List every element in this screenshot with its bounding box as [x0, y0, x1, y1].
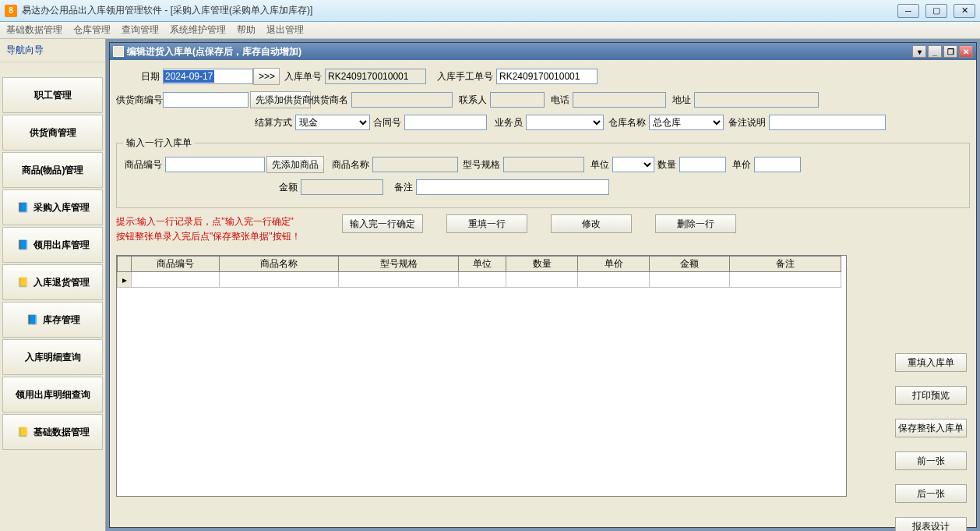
- supplier-code-label: 供货商编号: [116, 94, 163, 107]
- manual-label: 入库手工单号: [426, 70, 496, 83]
- nav-return-in[interactable]: 📒入库退货管理: [2, 264, 103, 300]
- contract-input[interactable]: [404, 115, 487, 130]
- sidebar-header: 导航向导: [0, 39, 105, 62]
- inner-min-button[interactable]: ▾: [912, 45, 926, 58]
- nav-in-detail[interactable]: 入库明细查询: [2, 339, 103, 375]
- mdi-area: 编辑进货入库单(点保存后，库存自动增加) ▾ _ ❐ ✕ 日期 2024-09-…: [106, 39, 980, 531]
- modify-button[interactable]: 修改: [551, 214, 632, 233]
- close-button[interactable]: ✕: [954, 4, 975, 18]
- nav-purchase-in[interactable]: 📘采购入库管理: [2, 189, 103, 225]
- line-fieldset: 输入一行入库单 商品编号 先添加商品 商品名称 型号规格 单位 数量 单价: [116, 136, 970, 208]
- inner-title-text: 编辑进货入库单(点保存后，库存自动增加): [127, 45, 912, 58]
- nav-product[interactable]: 商品(物品)管理: [2, 152, 103, 188]
- supplier-code-input[interactable]: [163, 92, 249, 108]
- remark-input[interactable]: [416, 179, 609, 195]
- contract-label: 合同号: [370, 116, 404, 129]
- product-code-input[interactable]: [165, 157, 265, 172]
- menu-item[interactable]: 基础数据管理: [6, 23, 62, 37]
- confirm-line-button[interactable]: 输入完一行确定: [342, 214, 423, 233]
- unit-select[interactable]: [612, 157, 654, 172]
- th-unit: 单位: [458, 257, 506, 272]
- inner-min2-button[interactable]: _: [928, 45, 942, 58]
- th-amount: 金额: [650, 257, 729, 272]
- menu-item[interactable]: 查询管理: [122, 23, 159, 37]
- nav-base-data[interactable]: 📒基础数据管理: [2, 414, 103, 450]
- rkno-label: 入库单号: [280, 70, 325, 83]
- inner-window: 编辑进货入库单(点保存后，库存自动增加) ▾ _ ❐ ✕ 日期 2024-09-…: [109, 42, 977, 528]
- app-icon: 8: [5, 5, 17, 17]
- line-legend: 输入一行入库单: [123, 136, 195, 150]
- row-indicator-icon: ▸: [118, 272, 132, 288]
- salesman-select[interactable]: [526, 115, 604, 130]
- save-doc-button[interactable]: 保存整张入库单: [895, 419, 967, 437]
- book-icon: 📘: [26, 313, 40, 327]
- nav-out-detail[interactable]: 领用出库明细查询: [2, 377, 103, 412]
- inner-title-bar: 编辑进货入库单(点保存后，库存自动增加) ▾ _ ❐ ✕: [110, 43, 976, 60]
- book-icon: 📒: [16, 275, 30, 289]
- price-label: 单价: [726, 158, 754, 172]
- note-input[interactable]: [769, 115, 886, 130]
- supplier-name-label: 供货商名: [311, 94, 351, 107]
- add-supplier-button[interactable]: 先添加供货商: [250, 91, 311, 108]
- table-wrap: 商品编号 商品名称 型号规格 单位 数量 单价 金额 备注: [116, 255, 847, 497]
- menu-bar: 基础数据管理 仓库管理 查询管理 系统维护管理 帮助 退出管理: [0, 22, 980, 39]
- refill-doc-button[interactable]: 重填入库单: [895, 353, 967, 372]
- maximize-button[interactable]: ▢: [925, 4, 947, 18]
- th-code: 商品编号: [132, 257, 220, 272]
- qty-label: 数量: [654, 158, 679, 172]
- th-spec: 型号规格: [339, 257, 458, 272]
- phone-label: 电话: [545, 94, 573, 107]
- print-preview-button[interactable]: 打印预览: [895, 386, 967, 405]
- minimize-button[interactable]: ─: [897, 4, 919, 18]
- nav-employee[interactable]: 职工管理: [2, 77, 103, 113]
- row-marker-header: [118, 257, 132, 272]
- menu-item[interactable]: 退出管理: [266, 23, 304, 37]
- nav-stock[interactable]: 📘库存管理: [2, 302, 103, 338]
- line-table[interactable]: 商品编号 商品名称 型号规格 单位 数量 单价 金额 备注: [117, 256, 841, 288]
- refill-line-button[interactable]: 重填一行: [446, 214, 527, 233]
- th-price: 单价: [578, 257, 650, 272]
- th-remark: 备注: [729, 257, 841, 272]
- outer-title-bar: 8 易达办公用品出入库领用管理软件 - [采购入库管理(采购单入库加库存)] ─…: [0, 0, 980, 22]
- addr-input: [694, 92, 819, 108]
- supplier-name-input: [351, 92, 453, 108]
- contact-input: [490, 92, 545, 108]
- menu-item[interactable]: 帮助: [237, 23, 256, 37]
- paymode-select[interactable]: 现金: [295, 115, 370, 130]
- date-label: 日期: [116, 70, 163, 83]
- price-input[interactable]: [754, 157, 801, 172]
- rkno-input: [325, 69, 426, 84]
- side-button-group: 重填入库单 打印预览 保存整张入库单 前一张 后一张 报表设计 返回: [895, 353, 967, 531]
- menu-item[interactable]: 系统维护管理: [170, 23, 226, 37]
- book-icon: 📒: [16, 425, 30, 439]
- inner-restore-button[interactable]: ❐: [943, 45, 957, 58]
- report-design-button[interactable]: 报表设计: [895, 517, 967, 531]
- sidebar: 导航向导 职工管理 供货商管理 商品(物品)管理 📘采购入库管理 📘领用出库管理…: [0, 39, 106, 531]
- nav-supplier[interactable]: 供货商管理: [2, 115, 103, 150]
- paymode-label: 结算方式: [116, 116, 295, 129]
- nav-issue-out[interactable]: 📘领用出库管理: [2, 227, 103, 263]
- delete-line-button[interactable]: 删除一行: [655, 214, 736, 233]
- add-product-button[interactable]: 先添加商品: [266, 156, 324, 173]
- salesman-label: 业务员: [487, 116, 526, 129]
- note-label: 备注说明: [724, 116, 769, 129]
- date-input[interactable]: 2024-09-17: [163, 69, 253, 84]
- warehouse-select[interactable]: 总仓库: [649, 115, 724, 130]
- table-row[interactable]: ▸: [118, 272, 841, 288]
- date-picker-button[interactable]: >>>: [253, 68, 280, 85]
- remark-label: 备注: [383, 181, 416, 194]
- next-doc-button[interactable]: 后一张: [895, 484, 967, 503]
- product-name-label: 商品名称: [324, 158, 372, 172]
- prev-doc-button[interactable]: 前一张: [895, 451, 967, 470]
- spec-input: [503, 157, 584, 172]
- contact-label: 联系人: [453, 94, 490, 107]
- manual-input[interactable]: [496, 69, 598, 84]
- book-icon: 📘: [16, 238, 30, 252]
- inner-close-button[interactable]: ✕: [959, 45, 973, 58]
- qty-input[interactable]: [679, 157, 726, 172]
- phone-input: [573, 92, 666, 108]
- hint-text: 提示:输入一行记录后，点"输入完一行确定" 按钮整张单录入完后点"保存整张单据"…: [116, 214, 342, 244]
- addr-label: 地址: [666, 94, 694, 107]
- warehouse-label: 仓库名称: [604, 116, 649, 129]
- menu-item[interactable]: 仓库管理: [73, 23, 111, 37]
